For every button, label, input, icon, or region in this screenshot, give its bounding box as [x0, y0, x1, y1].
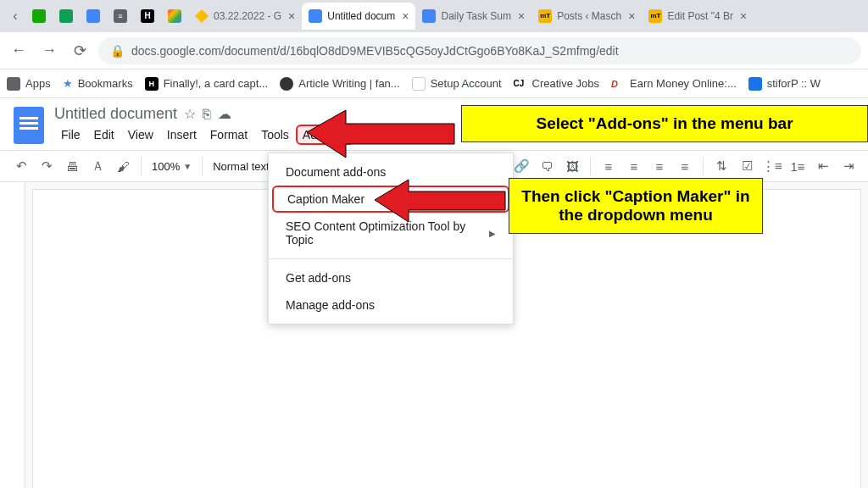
bookmark-item[interactable]: CJCreative Jobs — [514, 77, 599, 91]
menu-file[interactable]: File — [54, 125, 87, 145]
comment-button[interactable]: 🗨 — [536, 155, 558, 177]
reload-button[interactable]: ⟳ — [68, 39, 92, 63]
close-icon[interactable]: × — [740, 9, 747, 23]
annotation-callout: Select "Add-ons" in the menu bar — [461, 105, 868, 142]
close-icon[interactable]: × — [518, 9, 525, 23]
annotation-callout: Then click "Caption Maker" in the dropdo… — [509, 178, 763, 234]
bookmark-item[interactable]: stiforP :: W — [748, 77, 821, 91]
print-button[interactable]: 🖶 — [61, 155, 83, 177]
move-icon[interactable]: ⎘ — [203, 107, 211, 122]
bulleted-list-button[interactable]: ⋮≡ — [761, 155, 783, 177]
doc-title[interactable]: Untitled document — [54, 105, 177, 123]
checklist-button[interactable]: ☑ — [736, 155, 758, 177]
address-field[interactable]: 🔒 docs.google.com/document/d/16bqlO8dD9M… — [98, 37, 861, 64]
paint-format-button[interactable]: 🖌 — [112, 155, 134, 177]
bookmarks-bar: Apps ★Bookmarks HFinally!, a card capt..… — [0, 69, 868, 98]
indent-increase-button[interactable]: ⇥ — [837, 155, 860, 177]
browser-tab[interactable]: mTPosts ‹ Masch× — [531, 3, 642, 30]
browser-tab[interactable]: Daily Task Sum× — [415, 3, 531, 30]
dropdown-separator — [269, 258, 513, 259]
menu-view[interactable]: View — [121, 125, 160, 145]
browser-tab[interactable] — [161, 3, 188, 30]
close-icon[interactable]: × — [402, 9, 409, 23]
bookmark-item[interactable]: Setup Account — [412, 77, 502, 91]
align-right-button[interactable]: ≡ — [648, 155, 670, 177]
image-button[interactable]: 🖼 — [561, 155, 583, 177]
back-button[interactable]: ← — [7, 39, 31, 63]
menu-edit[interactable]: Edit — [87, 125, 121, 145]
zoom-select[interactable]: 100%▼ — [148, 160, 195, 173]
menu-insert[interactable]: Insert — [160, 125, 203, 145]
line-spacing-button[interactable]: ⇅ — [710, 155, 732, 177]
close-icon[interactable]: × — [288, 9, 295, 23]
align-justify-button[interactable]: ≡ — [674, 155, 696, 177]
url-bar: ← → ⟳ 🔒 docs.google.com/document/d/16bql… — [0, 32, 868, 69]
dropdown-item-manage-addons[interactable]: Manage add-ons — [269, 291, 513, 319]
star-icon[interactable]: ☆ — [184, 106, 196, 122]
numbered-list-button[interactable]: 1≡ — [787, 155, 809, 177]
align-center-button[interactable]: ≡ — [623, 155, 645, 177]
browser-tab[interactable]: 03.22.2022 - G× — [188, 3, 302, 30]
chevron-right-icon: ▶ — [489, 229, 496, 238]
dropdown-item-get-addons[interactable]: Get add-ons — [269, 264, 513, 291]
close-icon[interactable]: × — [628, 9, 635, 23]
bookmark-item[interactable]: ★Bookmarks — [63, 77, 133, 90]
docs-logo-icon[interactable] — [14, 107, 44, 144]
bookmark-item[interactable]: DEarn Money Online:... — [611, 77, 737, 91]
browser-tab[interactable] — [53, 3, 80, 30]
apps-button[interactable]: Apps — [7, 77, 51, 91]
bookmark-item[interactable]: Article Writing | fan... — [280, 77, 399, 91]
browser-tab[interactable] — [25, 3, 53, 30]
browser-tab-active[interactable]: Untitled docum× — [302, 3, 415, 30]
bookmark-item[interactable]: HFinally!, a card capt... — [145, 77, 269, 91]
svg-marker-1 — [375, 180, 505, 222]
redo-button[interactable]: ↷ — [36, 155, 58, 177]
browser-tab[interactable] — [80, 3, 107, 30]
browser-tab[interactable]: ≡ — [107, 3, 134, 30]
star-icon: ★ — [63, 77, 73, 90]
browser-tab[interactable]: H — [134, 3, 161, 30]
annotation-arrow — [373, 178, 509, 229]
undo-button[interactable]: ↶ — [10, 155, 32, 177]
vertical-ruler — [0, 182, 25, 488]
browser-tab-strip: ‹ ≡ H 03.22.2022 - G× Untitled docum× Da… — [0, 0, 868, 32]
menu-format[interactable]: Format — [203, 125, 254, 145]
browser-tab[interactable]: mTEdit Post "4 Br× — [642, 3, 754, 30]
align-left-button[interactable]: ≡ — [598, 155, 620, 177]
spellcheck-button[interactable]: Ａ — [86, 155, 108, 177]
tab-scroll-left[interactable]: ‹ — [5, 6, 25, 26]
forward-button[interactable]: → — [37, 39, 61, 63]
cloud-icon[interactable]: ☁ — [218, 106, 231, 122]
lock-icon: 🔒 — [110, 44, 125, 58]
indent-decrease-button[interactable]: ⇤ — [812, 155, 834, 177]
menu-tools[interactable]: Tools — [254, 125, 296, 145]
svg-marker-0 — [307, 110, 454, 158]
annotation-arrow — [305, 107, 458, 166]
